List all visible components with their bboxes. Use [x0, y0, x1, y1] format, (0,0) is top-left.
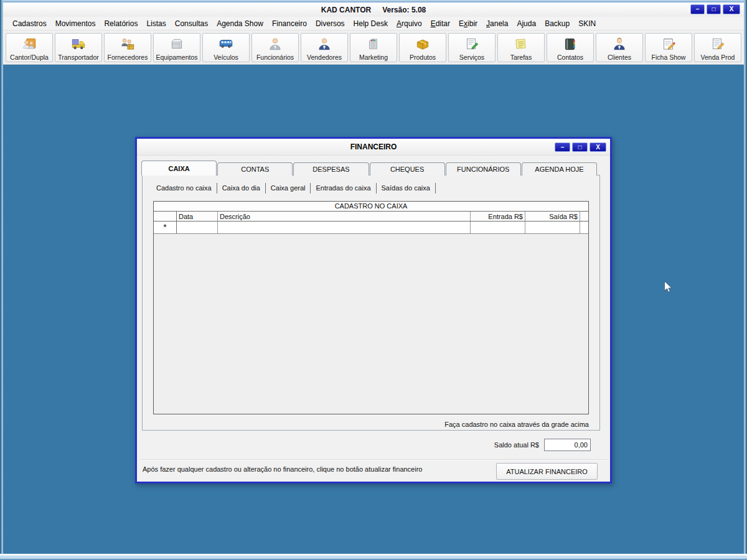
grid-header-row: Data Descrição Entrada R$ Saída R$ — [154, 212, 588, 222]
tab-despesas[interactable]: DESPESAS — [293, 162, 369, 175]
menu-agenda-show[interactable]: Agenda Show — [212, 18, 268, 29]
menu-backup[interactable]: Backup — [540, 18, 574, 29]
dialog-title: FINANCEIRO — [137, 142, 610, 151]
menu-exibir[interactable]: Exibir — [454, 18, 482, 29]
menu-help-desk[interactable]: Help Desk — [349, 18, 392, 29]
window-frame-bottom — [0, 554, 747, 560]
minimize-button[interactable]: – — [690, 4, 705, 14]
cadastro-caixa-grid: CADASTRO NO CAIXA Data Descrição Entrada… — [153, 201, 589, 414]
close-button[interactable]: X — [723, 4, 740, 14]
toolbar-marketing[interactable]: Marketing — [350, 33, 397, 62]
app-title: KAD CANTOR Versão: 5.08 — [321, 6, 426, 14]
building-chart-icon — [365, 35, 382, 54]
toolbar-servicos[interactable]: Serviços — [448, 33, 496, 62]
cell-entrada[interactable] — [471, 222, 525, 233]
subtab-cadastro-no-caixa[interactable]: Cadastro no caixa — [151, 181, 217, 195]
menu-ajuda[interactable]: Ajuda — [512, 18, 540, 29]
menu-editar[interactable]: Editar — [426, 18, 454, 29]
cell-data[interactable] — [177, 222, 218, 233]
cell-descricao[interactable] — [218, 222, 471, 233]
toolbar-vendedores[interactable]: Vendedores — [301, 33, 348, 62]
toolbar-transportador[interactable]: Transportador — [55, 33, 102, 62]
toolbar-venda-prod[interactable]: Venda Prod — [694, 33, 741, 62]
toolbar-tarefas[interactable]: Tarefas — [497, 33, 545, 62]
menu-movimentos[interactable]: Movimentos — [51, 18, 100, 29]
toolbar-contatos[interactable]: Contatos — [547, 33, 594, 62]
footer-note: Após fazer qualquer cadastro ou alteraçã… — [143, 465, 422, 473]
financeiro-titlebar: FINANCEIRO – □ X — [137, 139, 610, 156]
toolbar-funcionarios[interactable]: Funcionários — [251, 33, 299, 62]
grid-new-row[interactable]: * — [154, 222, 588, 234]
toolbar-equipamentos[interactable]: Equipamentos — [153, 33, 200, 62]
toolbar-cantor-dupla[interactable]: Cantor/Dupla — [6, 33, 53, 62]
menu-cadastros[interactable]: Cadastros — [8, 18, 51, 29]
grid-column-header[interactable] — [580, 212, 588, 221]
person-blue-icon — [316, 35, 332, 54]
saldo-row: Saldo atual R$ — [137, 439, 591, 451]
menu-janela[interactable]: Janela — [482, 18, 512, 29]
truck-icon — [70, 35, 87, 54]
menu-arquivo[interactable]: Arquivo — [392, 18, 426, 29]
address-book-icon — [562, 35, 578, 54]
footer-divider — [140, 459, 607, 460]
financeiro-window: FINANCEIRO – □ X CAIXA CONTAS — [135, 137, 612, 483]
saldo-input[interactable] — [544, 439, 591, 451]
grid-column-header[interactable]: Data — [177, 212, 218, 221]
menu-consultas[interactable]: Consultas — [171, 18, 212, 29]
subtab-entradas-do-caixa[interactable]: Entradas do caixa — [311, 181, 376, 195]
app-title-version: Versão: 5.08 — [382, 6, 426, 14]
grid-caption: CADASTRO NO CAIXA — [154, 202, 588, 212]
tab-caixa[interactable]: CAIXA — [141, 161, 217, 175]
menu-relatorios[interactable]: Relatórios — [100, 18, 142, 29]
toolbar-ficha-show[interactable]: Ficha Show — [645, 33, 692, 62]
window-frame-right — [744, 0, 747, 560]
grid-column-header[interactable]: Saída R$ — [525, 212, 580, 221]
notes-icon — [513, 35, 529, 54]
main-tab-strip: CAIXA CONTAS DESPESAS CHEQUES FUNCIONÁRI… — [141, 161, 598, 175]
suppliers-icon — [120, 35, 136, 54]
mdi-desktop: FINANCEIRO – □ X CAIXA CONTAS — [3, 65, 744, 554]
tab-funcionarios[interactable]: FUNCIONÁRIOS — [446, 162, 521, 175]
toolbar-fornecedores[interactable]: Fornecedores — [104, 33, 151, 62]
tab-contas[interactable]: CONTAS — [217, 162, 293, 175]
menu-skin[interactable]: SKIN — [574, 18, 600, 29]
dialog-close-button[interactable]: X — [590, 142, 606, 152]
document-pencil-green-icon — [464, 35, 480, 54]
box-icon — [415, 35, 431, 54]
caixa-tabpage: Cadastro no caixa Caixa do dia Caixa ger… — [142, 175, 600, 431]
menu-listas[interactable]: Listas — [142, 18, 170, 29]
subtab-caixa-geral[interactable]: Caixa geral — [266, 181, 311, 195]
caixa-subtab-strip: Cadastro no caixa Caixa do dia Caixa ger… — [151, 181, 436, 195]
toolbar-clientes[interactable]: Clientes — [596, 33, 643, 62]
toolbar-produtos[interactable]: Produtos — [399, 33, 446, 62]
app-title-name: KAD CANTOR — [321, 6, 371, 14]
saldo-label: Saldo atual R$ — [494, 441, 539, 449]
dialog-minimize-button[interactable]: – — [555, 142, 570, 152]
grid-hint: Faça cadastro no caixa através da grade … — [444, 421, 589, 428]
menu-diversos[interactable]: Diversos — [311, 18, 349, 29]
menubar: Cadastros Movimentos Relatórios Listas C… — [3, 17, 744, 30]
equipment-icon — [169, 35, 185, 54]
main-window-controls: – □ X — [690, 4, 740, 14]
tab-cheques[interactable]: CHEQUES — [370, 162, 445, 175]
tab-agenda-hoje[interactable]: AGENDA HOJE — [522, 162, 597, 175]
window-frame-top — [0, 0, 747, 2]
dialog-maximize-button[interactable]: □ — [572, 142, 588, 152]
cantor-dupla-icon — [21, 35, 37, 54]
person-suit-icon — [611, 35, 627, 54]
grid-column-header[interactable] — [154, 212, 177, 221]
cell-saida[interactable] — [525, 222, 580, 233]
menu-financeiro[interactable]: Financeiro — [268, 18, 311, 29]
maximize-button[interactable]: □ — [707, 4, 721, 14]
atualizar-financeiro-button[interactable]: ATUALIZAR FINANCEIRO — [496, 463, 598, 480]
cell-filler — [580, 222, 588, 233]
bus-icon — [218, 35, 234, 54]
subtab-caixa-do-dia[interactable]: Caixa do dia — [217, 181, 266, 195]
document-pencil-icon — [710, 35, 726, 54]
toolbar-veiculos[interactable]: Veículos — [202, 33, 250, 62]
row-selector-cell[interactable]: * — [154, 222, 177, 233]
person-gray-icon — [267, 35, 283, 54]
subtab-saidas-do-caixa[interactable]: Saídas do caixa — [377, 181, 436, 195]
grid-column-header[interactable]: Entrada R$ — [471, 212, 525, 221]
grid-column-header[interactable]: Descrição — [218, 212, 471, 221]
